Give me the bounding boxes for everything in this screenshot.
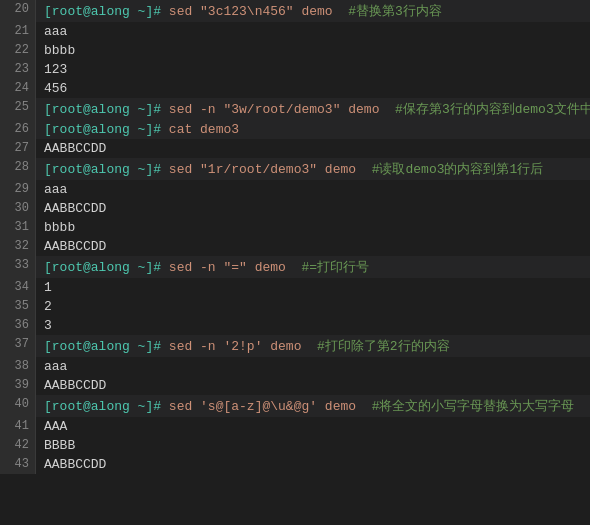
terminal-line-29: 29aaa — [0, 180, 590, 199]
line-number: 43 — [0, 455, 36, 474]
line-number: 42 — [0, 436, 36, 455]
line-content: aaa — [36, 180, 590, 199]
line-number: 35 — [0, 297, 36, 316]
line-content: BBBB — [36, 436, 590, 455]
line-number: 33 — [0, 256, 36, 278]
line-number: 28 — [0, 158, 36, 180]
line-content: bbbb — [36, 218, 590, 237]
line-number: 22 — [0, 41, 36, 60]
line-content: 123 — [36, 60, 590, 79]
terminal-line-33: 33[root@along ~]# sed -n "=" demo #=打印行号 — [0, 256, 590, 278]
terminal-window: 20[root@along ~]# sed "3c123\n456" demo … — [0, 0, 590, 474]
line-number: 25 — [0, 98, 36, 120]
terminal-line-37: 37[root@along ~]# sed -n '2!p' demo #打印除… — [0, 335, 590, 357]
terminal-line-38: 38aaa — [0, 357, 590, 376]
line-content: 1 — [36, 278, 590, 297]
terminal-line-25: 25[root@along ~]# sed -n "3w/root/demo3"… — [0, 98, 590, 120]
terminal-line-21: 21aaa — [0, 22, 590, 41]
line-content: AABBCCDD — [36, 139, 590, 158]
line-number: 30 — [0, 199, 36, 218]
line-number: 31 — [0, 218, 36, 237]
line-number: 32 — [0, 237, 36, 256]
line-content: [root@along ~]# cat demo3 — [36, 120, 590, 139]
terminal-line-34: 341 — [0, 278, 590, 297]
terminal-line-30: 30AABBCCDD — [0, 199, 590, 218]
line-content: 3 — [36, 316, 590, 335]
line-content: [root@along ~]# sed "1r/root/demo3" demo… — [36, 158, 590, 180]
terminal-line-43: 43AABBCCDD — [0, 455, 590, 474]
line-number: 26 — [0, 120, 36, 139]
line-content: AAA — [36, 417, 590, 436]
line-content: AABBCCDD — [36, 376, 590, 395]
terminal-line-31: 31bbbb — [0, 218, 590, 237]
line-content: 456 — [36, 79, 590, 98]
terminal-line-24: 24456 — [0, 79, 590, 98]
terminal-line-28: 28[root@along ~]# sed "1r/root/demo3" de… — [0, 158, 590, 180]
terminal-line-42: 42BBBB — [0, 436, 590, 455]
line-content: aaa — [36, 357, 590, 376]
line-content: [root@along ~]# sed -n '2!p' demo #打印除了第… — [36, 335, 590, 357]
terminal-line-27: 27AABBCCDD — [0, 139, 590, 158]
line-content: [root@along ~]# sed -n "=" demo #=打印行号 — [36, 256, 590, 278]
line-content: [root@along ~]# sed -n "3w/root/demo3" d… — [36, 98, 590, 120]
line-content: AABBCCDD — [36, 199, 590, 218]
line-number: 39 — [0, 376, 36, 395]
line-content: aaa — [36, 22, 590, 41]
line-number: 29 — [0, 180, 36, 199]
line-number: 41 — [0, 417, 36, 436]
terminal-line-35: 352 — [0, 297, 590, 316]
terminal-line-36: 363 — [0, 316, 590, 335]
line-number: 27 — [0, 139, 36, 158]
terminal-line-26: 26[root@along ~]# cat demo3 — [0, 120, 590, 139]
line-number: 36 — [0, 316, 36, 335]
line-number: 34 — [0, 278, 36, 297]
terminal-line-20: 20[root@along ~]# sed "3c123\n456" demo … — [0, 0, 590, 22]
line-content: [root@along ~]# sed 's@[a-z]@\u&@g' demo… — [36, 395, 590, 417]
line-content: AABBCCDD — [36, 237, 590, 256]
terminal-line-39: 39AABBCCDD — [0, 376, 590, 395]
line-content: AABBCCDD — [36, 455, 590, 474]
terminal-line-22: 22bbbb — [0, 41, 590, 60]
line-content: [root@along ~]# sed "3c123\n456" demo #替… — [36, 0, 590, 22]
line-content: bbbb — [36, 41, 590, 60]
line-number: 20 — [0, 0, 36, 22]
line-number: 40 — [0, 395, 36, 417]
terminal-line-40: 40[root@along ~]# sed 's@[a-z]@\u&@g' de… — [0, 395, 590, 417]
line-number: 38 — [0, 357, 36, 376]
line-number: 37 — [0, 335, 36, 357]
line-number: 23 — [0, 60, 36, 79]
line-number: 24 — [0, 79, 36, 98]
terminal-line-32: 32AABBCCDD — [0, 237, 590, 256]
terminal-line-41: 41AAA — [0, 417, 590, 436]
terminal-line-23: 23123 — [0, 60, 590, 79]
line-number: 21 — [0, 22, 36, 41]
line-content: 2 — [36, 297, 590, 316]
